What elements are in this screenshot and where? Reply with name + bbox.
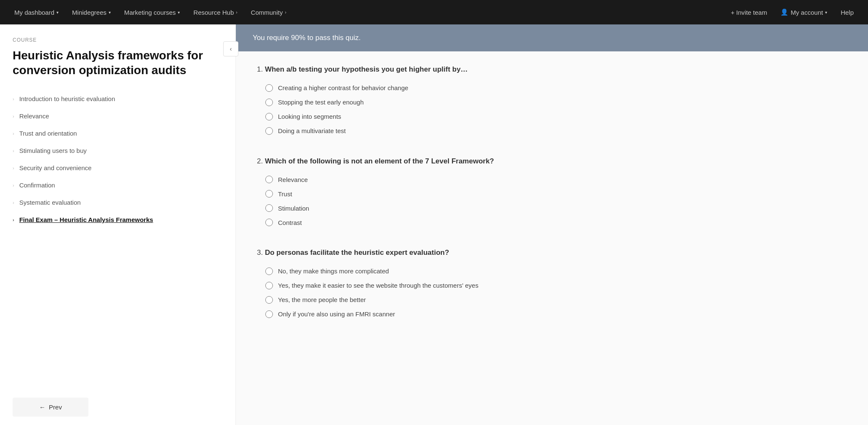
radio-q2-opt4[interactable] [265, 219, 273, 226]
option-1-2[interactable]: Stopping the test early enough [265, 99, 636, 106]
sidebar-nav-item-trust[interactable]: › Trust and orientation [13, 125, 223, 142]
chevron-icon-stimulating: › [13, 148, 14, 153]
option-1-3[interactable]: Looking into segments [265, 113, 636, 120]
question-number-3: 3. [257, 249, 263, 257]
option-label-q3-opt3: Yes, the more people the better [278, 296, 366, 303]
question-options-2: Relevance Trust Stimulation Contrast [257, 176, 636, 226]
nav-item-community[interactable]: Community › [245, 6, 292, 19]
chevron-icon-intro: › [13, 96, 14, 102]
sidebar-nav-item-stimulating[interactable]: › Stimulating users to buy [13, 142, 223, 159]
question-body-3: Do personas facilitate the heuristic exp… [265, 249, 449, 257]
sidebar-nav-item-intro[interactable]: › Introduction to heuristic evaluation [13, 90, 223, 107]
option-label-q3-opt1: No, they make things more complicated [278, 267, 389, 275]
quiz-banner: You require 90% to pass this quiz. [236, 24, 868, 51]
radio-q1-opt3[interactable] [265, 113, 273, 120]
sidebar: COURSE Heuristic Analysis frameworks for… [0, 24, 236, 425]
course-label: COURSE [13, 37, 223, 43]
sidebar-nav-label-stimulating: Stimulating users to buy [19, 147, 87, 154]
radio-q3-opt2[interactable] [265, 282, 273, 289]
nav-label-marketing-courses: Marketing courses [124, 9, 176, 16]
radio-q3-opt3[interactable] [265, 296, 273, 304]
option-label-q2-opt1: Relevance [278, 176, 308, 183]
radio-q2-opt3[interactable] [265, 204, 273, 212]
help-label: Help [841, 9, 854, 16]
quiz-content: You require 90% to pass this quiz. 1. Wh… [236, 24, 868, 425]
option-3-4[interactable]: Only if you're also using an FMRI scanne… [265, 310, 636, 318]
option-2-4[interactable]: Contrast [265, 219, 636, 226]
nav-item-help[interactable]: Help [835, 6, 860, 19]
prev-arrow-icon: ← [39, 404, 45, 411]
radio-q2-opt1[interactable] [265, 176, 273, 183]
option-1-1[interactable]: Creating a higher contrast for behavior … [265, 84, 636, 92]
sidebar-nav-item-relevance[interactable]: › Relevance [13, 107, 223, 125]
option-label-q1-opt3: Looking into segments [278, 113, 341, 120]
nav-arrow-minidegrees: ▾ [109, 10, 111, 15]
invite-team-label: + Invite team [731, 9, 767, 16]
radio-q1-opt1[interactable] [265, 84, 273, 92]
nav-label-resource-hub: Resource Hub [193, 9, 234, 16]
option-label-q2-opt4: Contrast [278, 219, 302, 226]
nav-arrow-my-dashboard: ▾ [56, 10, 59, 15]
chevron-icon-confirmation: › [13, 183, 14, 188]
course-title: Heuristic Analysis frameworks for conver… [13, 48, 223, 78]
question-text-3: 3. Do personas facilitate the heuristic … [257, 247, 636, 258]
option-label-q3-opt2: Yes, they make it easier to see the webs… [278, 282, 478, 289]
question-body-1: When a/b testing your hypothesis you get… [265, 65, 468, 73]
question-number-1: 1. [257, 65, 263, 73]
sidebar-nav-label-trust: Trust and orientation [19, 130, 77, 137]
nav-item-minidegrees[interactable]: Minidegrees ▾ [66, 6, 117, 19]
radio-q3-opt1[interactable] [265, 267, 273, 275]
option-label-q2-opt3: Stimulation [278, 205, 309, 212]
question-body-2: Which of the following is not an element… [265, 157, 494, 165]
question-block-3: 3. Do personas facilitate the heuristic … [257, 247, 636, 318]
chevron-icon-systematic: › [13, 200, 14, 205]
my-account-label: My account [791, 9, 823, 16]
question-text-1: 1. When a/b testing your hypothesis you … [257, 64, 636, 75]
nav-item-resource-hub[interactable]: Resource Hub › [187, 6, 243, 19]
question-text-2: 2. Which of the following is not an elem… [257, 156, 636, 167]
chevron-icon-relevance: › [13, 114, 14, 119]
option-3-3[interactable]: Yes, the more people the better [265, 296, 636, 304]
nav-label-my-dashboard: My dashboard [14, 9, 54, 16]
option-2-1[interactable]: Relevance [265, 176, 636, 183]
option-2-2[interactable]: Trust [265, 190, 636, 198]
question-number-2: 2. [257, 157, 263, 165]
question-block-2: 2. Which of the following is not an elem… [257, 156, 636, 227]
sidebar-nav-item-security[interactable]: › Security and convenience [13, 159, 223, 176]
radio-q3-opt4[interactable] [265, 310, 273, 318]
nav-item-marketing-courses[interactable]: Marketing courses ▾ [118, 6, 186, 19]
sidebar-nav-item-confirmation[interactable]: › Confirmation [13, 176, 223, 194]
option-1-4[interactable]: Doing a multivariate test [265, 127, 636, 135]
sidebar-nav-label-confirmation: Confirmation [19, 182, 55, 189]
invite-team-button[interactable]: + Invite team [725, 6, 773, 19]
chevron-left-icon: ‹ [230, 45, 232, 52]
radio-q1-opt2[interactable] [265, 99, 273, 106]
chevron-icon-trust: › [13, 131, 14, 136]
nav-item-my-dashboard[interactable]: My dashboard ▾ [8, 6, 64, 19]
nav-item-my-account[interactable]: 👤 My account ▾ [775, 6, 833, 19]
nav-arrow-account: ▾ [825, 10, 827, 15]
sidebar-nav-label-intro: Introduction to heuristic evaluation [19, 95, 115, 102]
prev-button[interactable]: ← Prev [13, 398, 88, 417]
option-label-q1-opt1: Creating a higher contrast for behavior … [278, 84, 408, 91]
chevron-icon-security: › [13, 166, 14, 171]
sidebar-nav: › Introduction to heuristic evaluation ›… [13, 90, 223, 389]
question-options-3: No, they make things more complicated Ye… [257, 267, 636, 318]
question-options-1: Creating a higher contrast for behavior … [257, 84, 636, 135]
option-2-3[interactable]: Stimulation [265, 204, 636, 212]
option-3-2[interactable]: Yes, they make it easier to see the webs… [265, 282, 636, 289]
quiz-body: 1. When a/b testing your hypothesis you … [236, 51, 657, 352]
radio-q1-opt4[interactable] [265, 127, 273, 135]
sidebar-nav-item-final-exam[interactable]: › Final Exam – Heuristic Analysis Framew… [13, 211, 223, 228]
sidebar-nav-item-systematic[interactable]: › Systematic evaluation [13, 194, 223, 211]
nav-label-community: Community [251, 9, 283, 16]
nav-arrow-resource-hub: › [236, 10, 237, 15]
prev-label: Prev [49, 404, 62, 411]
sidebar-toggle-button[interactable]: ‹ [223, 41, 238, 56]
option-label-q1-opt4: Doing a multivariate test [278, 127, 346, 134]
nav-arrow-community: › [285, 10, 286, 15]
option-3-1[interactable]: No, they make things more complicated [265, 267, 636, 275]
sidebar-nav-label-final-exam: Final Exam – Heuristic Analysis Framewor… [19, 216, 153, 223]
radio-q2-opt2[interactable] [265, 190, 273, 198]
nav-arrow-marketing-courses: ▾ [178, 10, 180, 15]
